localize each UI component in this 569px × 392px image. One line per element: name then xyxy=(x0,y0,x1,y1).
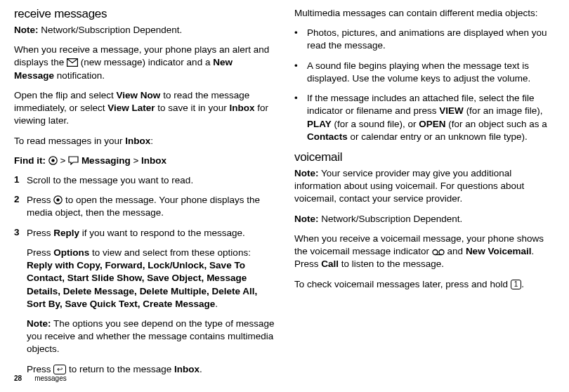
para-open-flip: Open the flip and select View Now to rea… xyxy=(14,89,275,128)
step-2: 2Press to open the message. Your phone d… xyxy=(14,194,275,219)
para-multimedia: Multimedia messages can contain differen… xyxy=(294,7,555,20)
page-footer: 28messages xyxy=(14,374,67,382)
page-number: 28 xyxy=(14,374,22,382)
center-key-icon xyxy=(48,156,58,165)
heading-receive-messages: receive messages xyxy=(14,7,275,21)
messaging-icon xyxy=(68,156,79,165)
svg-point-6 xyxy=(439,250,444,255)
key-1-icon: 1 xyxy=(511,280,522,289)
bullet-sound: •A sound file begins playing when the me… xyxy=(294,60,555,85)
svg-point-4 xyxy=(57,198,60,201)
bullet-list: •Photos, pictures, and animations are di… xyxy=(294,27,555,143)
svg-point-2 xyxy=(51,159,54,162)
envelope-icon xyxy=(67,58,78,67)
step-3: 3Press Reply if you want to respond to t… xyxy=(14,227,275,240)
options-para: Press Options to view and select from th… xyxy=(27,247,275,311)
back-key-icon: ↩ xyxy=(53,365,66,374)
voicemail-icon xyxy=(432,249,445,256)
voicemail-later: To check voicemail messages later, press… xyxy=(294,278,555,291)
voicemail-note2: Note: Network/Subscription Dependent. xyxy=(294,213,555,226)
step-1: 1Scroll to the message you want to read. xyxy=(14,174,275,187)
bullet-photos: •Photos, pictures, and animations are di… xyxy=(294,27,555,52)
voicemail-note1: Note: Your service provider may give you… xyxy=(294,167,555,206)
right-column: Multimedia messages can contain differen… xyxy=(294,7,555,383)
section-label: messages xyxy=(34,374,67,382)
bullet-attached: •If the message includes an attached fil… xyxy=(294,92,555,143)
heading-voicemail: voicemail xyxy=(294,150,555,164)
para-to-read: To read messages in your Inbox: xyxy=(14,135,275,148)
voicemail-receive: When you receive a voicemail message, yo… xyxy=(294,233,555,271)
find-it-line: Find it: > Messaging > Inbox xyxy=(14,155,275,167)
note-options-depend: Note: The options you see depend on the … xyxy=(27,318,275,356)
svg-point-5 xyxy=(433,250,438,255)
para-alert: When you receive a message, your phone p… xyxy=(14,44,275,82)
left-column: receive messages Note: Network/Subscript… xyxy=(14,7,275,383)
note-network-dependent: Note: Network/Subscription Dependent. xyxy=(14,24,275,37)
center-key-icon xyxy=(53,195,63,204)
steps-list: 1Scroll to the message you want to read.… xyxy=(14,174,275,240)
